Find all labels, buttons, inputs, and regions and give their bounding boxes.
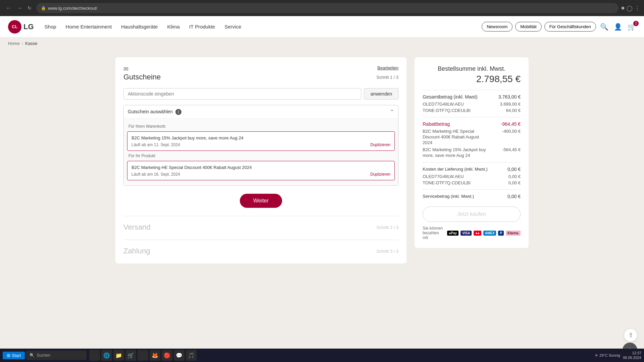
gutscheine-header: Gutscheine Schritt 1 / 3 bbox=[123, 73, 398, 81]
product-1-row: OLED77G48LW.AEU 3.699,00 € bbox=[423, 102, 521, 107]
weiter-row: Weiter bbox=[123, 194, 398, 208]
email-icon: ✉ bbox=[123, 66, 128, 72]
nav-it-produkte[interactable]: IT Produkte bbox=[189, 24, 215, 29]
browser-actions: ■ ◯ ⋮ bbox=[621, 5, 640, 11]
mobilitaet-button[interactable]: Mobilität bbox=[515, 22, 541, 32]
voucher-1-copy[interactable]: Duplizieren bbox=[370, 142, 390, 147]
servicebetrag-row: Servicebetrag (inkl. Mwst.) 0,00 € bbox=[423, 194, 521, 199]
lieferung-value: 0,00 € bbox=[507, 167, 521, 172]
paypal-icon: P bbox=[498, 231, 504, 236]
voucher-2-date: Läuft ab am 16. Sept. 2024 bbox=[131, 172, 180, 177]
step-2-label: Schritt 2 / 3 bbox=[376, 225, 398, 230]
versand-title: Versand bbox=[123, 223, 151, 232]
rabattbetrag-label: Rabattbetrag bbox=[423, 121, 450, 127]
cart-button[interactable]: 🛒 2 bbox=[628, 23, 636, 31]
lieferung-row: Kosten der Lieferung (inkl. Mwst.) 0,00 … bbox=[423, 167, 521, 172]
reload-button[interactable]: ↻ bbox=[25, 4, 34, 12]
lieferung-label: Kosten der Lieferung (inkl. Mwst.) bbox=[423, 167, 488, 172]
address-bar[interactable]: 🔒 www.lg.com/de/checkout/ bbox=[36, 3, 619, 13]
search-button[interactable]: 🔍 bbox=[600, 23, 608, 31]
klarna-icon: Klarna. bbox=[506, 231, 521, 236]
browser-nav-buttons: ← → ↻ bbox=[4, 4, 34, 12]
account-icon: 👤 bbox=[614, 23, 622, 31]
zahlung-section: Zahlung Schritt 3 / 3 bbox=[123, 240, 398, 255]
weiter-button[interactable]: Weiter bbox=[240, 194, 282, 208]
nav-buttons: Newsroom Mobilität Für Geschäftskunden bbox=[482, 22, 596, 32]
voucher-input-row: anwenden bbox=[123, 88, 398, 100]
voucher-dropdown-label: Gutschein auswählen 2 bbox=[128, 109, 181, 115]
logo-icon: CL bbox=[8, 20, 21, 34]
breadcrumb-separator: › bbox=[22, 41, 23, 46]
nav-haushaltsgeraete[interactable]: Haushaltsgeräte bbox=[121, 24, 158, 29]
order-divider-4 bbox=[423, 189, 521, 190]
lieferung-1-value: 0,00 € bbox=[508, 174, 521, 179]
voucher-dropdown: Gutschein auswählen 2 ⌃ Für Ihren Warenk… bbox=[123, 105, 398, 186]
order-divider-1 bbox=[423, 90, 521, 90]
forward-button[interactable]: → bbox=[15, 4, 24, 12]
logo-link[interactable]: CL LG bbox=[8, 20, 34, 34]
servicebetrag-value: 0,00 € bbox=[507, 194, 521, 199]
voucher-1-title: B2C Marketing 15% Jackpot buy more, save… bbox=[131, 135, 390, 141]
search-icon: 🔍 bbox=[600, 23, 608, 31]
amex-icon: AMEX bbox=[483, 231, 496, 236]
payment-text: Sie können bezahlen mit bbox=[423, 226, 445, 240]
lieferung-1-sku: OLED77G48LW.AEU bbox=[423, 174, 464, 179]
voucher-1-footer: Läuft ab am 11. Sept. 2024 Duplizieren bbox=[131, 142, 390, 147]
mastercard-icon: ●● bbox=[474, 231, 481, 236]
jetzt-kaufen-button[interactable]: Jetzt kaufen bbox=[423, 206, 521, 222]
voucher-list: Für Ihren Warenkorb B2C Marketing 15% Ja… bbox=[124, 118, 398, 185]
cart-badge: 2 bbox=[633, 21, 639, 26]
payment-methods-row: Sie können bezahlen mit ⍟Pay VISA ●● AME… bbox=[423, 226, 521, 240]
order-title-row: Bestellsumme inkl. Mwst. 2.798,55 € bbox=[423, 65, 521, 84]
nav-klima[interactable]: Klima bbox=[167, 24, 180, 29]
voucher-item-2[interactable]: B2C Marketing HE Special Discount 400€ R… bbox=[127, 161, 395, 180]
main-nav: Shop Home Entertainment Haushaltsgeräte … bbox=[45, 24, 482, 29]
voucher-dropdown-header[interactable]: Gutschein auswählen 2 ⌃ bbox=[124, 105, 398, 118]
breadcrumb: Home › Kasse bbox=[0, 38, 644, 49]
zahlung-title: Zahlung bbox=[123, 247, 150, 255]
gutscheine-title: Gutscheine bbox=[123, 73, 161, 81]
extensions-button[interactable]: ■ bbox=[621, 5, 625, 11]
rabatt-1-value: -400,00 € bbox=[502, 129, 521, 146]
versand-section: Versand Schritt 2 / 3 bbox=[123, 216, 398, 232]
edit-button[interactable]: Bearbeiten bbox=[377, 65, 398, 70]
nav-service[interactable]: Service bbox=[224, 24, 241, 29]
visa-icon: VISA bbox=[461, 231, 472, 236]
nav-shop[interactable]: Shop bbox=[45, 24, 56, 29]
account-button[interactable]: 👤 bbox=[614, 23, 622, 31]
voucher-2-copy[interactable]: Duplizieren bbox=[370, 172, 390, 177]
apple-pay-icon: ⍟Pay bbox=[447, 231, 459, 236]
browser-chrome: ← → ↻ 🔒 www.lg.com/de/checkout/ ■ ◯ ⋮ bbox=[0, 0, 644, 16]
voucher-group-2-label: Für Ihr Produkt bbox=[128, 154, 395, 158]
product-2-sku: TONE-DTF7Q.CDEULBI bbox=[423, 108, 471, 113]
rabatt-2-value: -564,45 € bbox=[502, 147, 521, 159]
geschaeftskunden-button[interactable]: Für Geschäftskunden bbox=[544, 22, 596, 32]
product-2-row: TONE-DTF7Q.CDEULBI 64,00 € bbox=[423, 108, 521, 113]
nav-home-entertainment[interactable]: Home Entertainment bbox=[66, 24, 112, 29]
step-3-label: Schritt 3 / 3 bbox=[376, 249, 398, 254]
newsroom-button[interactable]: Newsroom bbox=[482, 22, 513, 32]
back-button[interactable]: ← bbox=[4, 4, 13, 12]
rabatt-2-label: B2C Marketing 15% Jackpot buy more, save… bbox=[423, 147, 490, 159]
apply-button[interactable]: anwenden bbox=[364, 88, 398, 100]
rabatt-1-row: B2C Marketing HE Special Discount 400€ R… bbox=[423, 129, 521, 146]
voucher-item-1[interactable]: B2C Marketing 15% Jackpot buy more, save… bbox=[127, 131, 395, 151]
voucher-2-footer: Läuft ab am 16. Sept. 2024 Duplizieren bbox=[131, 172, 390, 177]
breadcrumb-home[interactable]: Home bbox=[8, 41, 20, 46]
profile-button[interactable]: ◯ bbox=[627, 5, 633, 11]
order-title: Bestellsumme inkl. Mwst. bbox=[423, 65, 521, 72]
voucher-input[interactable] bbox=[123, 88, 361, 100]
lieferung-2-row: TONE-DTF7Q.CDEULBI 0,00 € bbox=[423, 180, 521, 185]
product-1-price: 3.699,00 € bbox=[500, 102, 521, 107]
chevron-up-icon: ⌃ bbox=[390, 109, 394, 115]
left-panel: ✉ Bearbeiten Gutscheine Schritt 1 / 3 an… bbox=[115, 57, 407, 263]
lieferung-1-row: OLED77G48LW.AEU 0,00 € bbox=[423, 174, 521, 179]
breadcrumb-current: Kasse bbox=[25, 41, 37, 46]
lock-icon: 🔒 bbox=[41, 6, 46, 10]
menu-button[interactable]: ⋮ bbox=[635, 5, 640, 11]
product-1-sku: OLED77G48LW.AEU bbox=[423, 102, 464, 107]
product-2-price: 64,00 € bbox=[506, 108, 521, 113]
rabattbetrag-row: Rabattbetrag -964,45 € bbox=[423, 121, 521, 127]
order-divider-3 bbox=[423, 162, 521, 163]
panel-header: ✉ Bearbeiten bbox=[123, 65, 398, 73]
